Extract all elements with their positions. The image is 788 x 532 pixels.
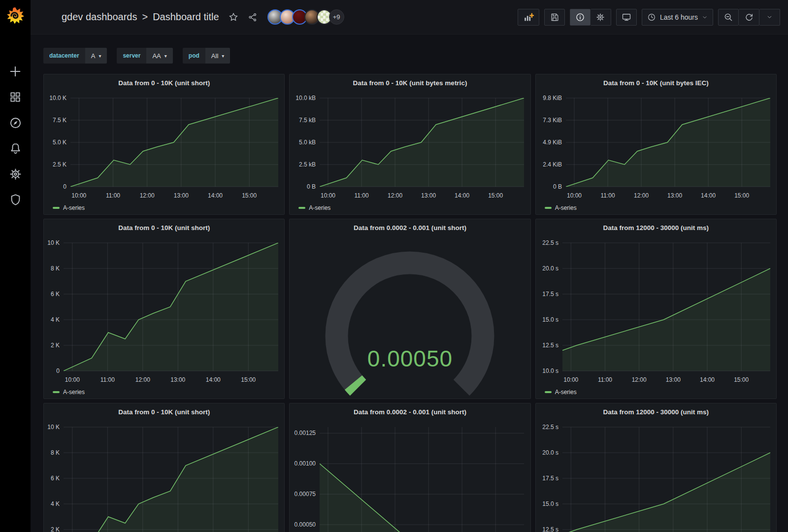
panel: Data from 12000 - 30000 (unit ms) 10:001… [535, 403, 777, 532]
panel-title[interactable]: Data from 0 - 10K (unit bytes metric) [290, 74, 530, 91]
svg-text:15:00: 15:00 [242, 192, 257, 199]
svg-text:15:00: 15:00 [488, 192, 503, 199]
svg-text:11:00: 11:00 [598, 376, 612, 383]
refresh-dashboard-button[interactable] [739, 9, 759, 26]
avatar-overflow-badge[interactable]: +9 [329, 9, 344, 25]
legend-series-label[interactable]: A-series [555, 389, 577, 396]
svg-text:13:00: 13:00 [170, 376, 185, 383]
svg-text:12:00: 12:00 [634, 192, 649, 199]
variable-value-dropdown[interactable]: All▾ [205, 48, 230, 64]
panel-title[interactable]: Data from 0.0002 - 0.001 (unit short) [290, 219, 530, 236]
sidebar-item-alerting[interactable] [7, 140, 24, 157]
dashboard-settings-button[interactable] [591, 9, 611, 26]
panel-title[interactable]: Data from 0 - 10K (unit short) [44, 403, 284, 420]
svg-text:12:00: 12:00 [135, 376, 150, 383]
time-series-chart[interactable]: 10:0011:0012:0013:0014:0015:000 B2.5 kB5… [290, 91, 530, 201]
svg-text:10:00: 10:00 [65, 376, 80, 383]
dashboard-viewers [267, 9, 332, 25]
sidebar-item-explore[interactable] [7, 114, 24, 131]
panel: Data from 0 - 10K (unit bytes IEC) 10:00… [535, 74, 777, 215]
svg-text:15:00: 15:00 [241, 376, 256, 383]
time-series-chart[interactable]: 10:0011:0012:0013:0014:0015:0010.0 s12.5… [536, 236, 776, 386]
time-series-chart[interactable]: 10:0011:0012:0013:0014:0015:0002 K4 K6 K… [44, 236, 284, 386]
clock-icon [647, 13, 656, 22]
save-icon [550, 12, 559, 22]
legend-series-label[interactable]: A-series [63, 204, 85, 211]
panel: Data from 0 - 10K (unit short) 10:0011:0… [43, 403, 285, 532]
svg-text:10:00: 10:00 [567, 192, 582, 199]
time-series-chart[interactable]: 10:0011:0012:0013:0014:0015:000.000500.0… [290, 420, 530, 532]
svg-text:0: 0 [56, 367, 60, 374]
grafana-logo[interactable] [0, 0, 31, 31]
legend-series-label[interactable]: A-series [309, 204, 330, 211]
template-variables: datacenter A▾ server AA▾ pod All▾ [43, 48, 230, 64]
legend: A-series [536, 386, 776, 399]
breadcrumb-parent[interactable]: gdev dashboards [62, 11, 137, 22]
panel-info-button[interactable] [570, 9, 591, 26]
panel-title[interactable]: Data from 0 - 10K (unit short) [44, 74, 284, 91]
time-range-picker[interactable]: Last 6 hours [642, 9, 713, 26]
legend: A-series [44, 201, 284, 214]
shield-icon [9, 193, 22, 206]
svg-text:14:00: 14:00 [206, 376, 221, 383]
star-dashboard-button[interactable] [228, 12, 239, 23]
chevron-down-icon [766, 14, 773, 20]
grafana-flame-icon [5, 5, 25, 25]
info-circle-icon [575, 12, 585, 22]
svg-text:10:00: 10:00 [563, 376, 578, 383]
variable-label: pod [183, 48, 205, 64]
add-panel-button[interactable] [518, 9, 539, 26]
panel-title[interactable]: Data from 12000 - 30000 (unit ms) [536, 219, 776, 236]
time-series-chart[interactable]: 10:0011:0012:0013:0014:0015:0010.0 s12.5… [536, 420, 776, 532]
chevron-down-icon [702, 14, 708, 20]
svg-text:2.5 kB: 2.5 kB [299, 161, 316, 168]
legend-swatch [53, 391, 60, 393]
svg-text:12:00: 12:00 [388, 192, 402, 199]
sidebar-item-dashboards[interactable] [7, 89, 24, 105]
svg-text:15.0 s: 15.0 s [542, 500, 558, 507]
panel-title[interactable]: Data from 12000 - 30000 (unit ms) [536, 403, 776, 420]
time-series-chart[interactable]: 10:0011:0012:0013:0014:0015:000 B2.4 KiB… [536, 91, 776, 201]
panel-title[interactable]: Data from 0 - 10K (unit short) [44, 219, 284, 236]
star-icon [228, 12, 239, 23]
variable-value-dropdown[interactable]: AA▾ [146, 48, 172, 64]
apps-grid-icon [9, 91, 22, 103]
time-series-chart[interactable]: 10:0011:0012:0013:0014:0015:0002.5 K5.0 … [44, 91, 284, 201]
gear-icon [9, 167, 22, 181]
legend-swatch [53, 207, 60, 209]
svg-text:8 K: 8 K [51, 265, 60, 272]
refresh-interval-dropdown[interactable] [759, 9, 780, 26]
panel: Data from 12000 - 30000 (unit ms) 10:001… [535, 219, 777, 399]
panel-title[interactable]: Data from 0.0002 - 0.001 (unit short) [290, 403, 530, 420]
panel-title[interactable]: Data from 0 - 10K (unit bytes IEC) [536, 74, 776, 91]
svg-text:10 K: 10 K [47, 239, 60, 246]
sidebar-item-create[interactable] [7, 63, 24, 80]
svg-text:10:00: 10:00 [71, 192, 86, 199]
share-dashboard-button[interactable] [248, 12, 258, 22]
svg-text:10.0 s: 10.0 s [542, 367, 558, 374]
variable-label: datacenter [43, 48, 85, 64]
sidebar [0, 0, 31, 532]
legend-series-label[interactable]: A-series [555, 204, 577, 211]
variable-value-dropdown[interactable]: A▾ [85, 48, 107, 64]
chevron-down-icon: ▾ [164, 53, 167, 59]
time-series-chart[interactable]: 10:0011:0012:0013:0014:0015:0002 K4 K6 K… [44, 420, 284, 532]
sidebar-item-server-admin[interactable] [7, 191, 24, 208]
gauge-chart[interactable]: 0.00050 [290, 236, 530, 399]
svg-text:0.00125: 0.00125 [295, 430, 316, 436]
svg-text:4 K: 4 K [51, 500, 60, 507]
zoom-out-time-button[interactable] [718, 9, 739, 26]
legend-series-label[interactable]: A-series [63, 389, 85, 396]
svg-text:10:00: 10:00 [321, 192, 335, 199]
plus-icon [8, 65, 22, 78]
svg-text:14:00: 14:00 [208, 192, 223, 199]
save-dashboard-button[interactable] [544, 9, 565, 26]
zoom-out-icon [723, 12, 733, 22]
svg-text:7.3 KiB: 7.3 KiB [543, 117, 562, 124]
tv-mode-button[interactable] [616, 9, 637, 26]
chevron-down-icon: ▾ [98, 53, 101, 59]
svg-text:9.8 KiB: 9.8 KiB [543, 95, 562, 101]
sidebar-item-configuration[interactable] [7, 166, 24, 182]
svg-text:2 K: 2 K [51, 342, 60, 349]
svg-text:12.5 s: 12.5 s [542, 342, 558, 349]
